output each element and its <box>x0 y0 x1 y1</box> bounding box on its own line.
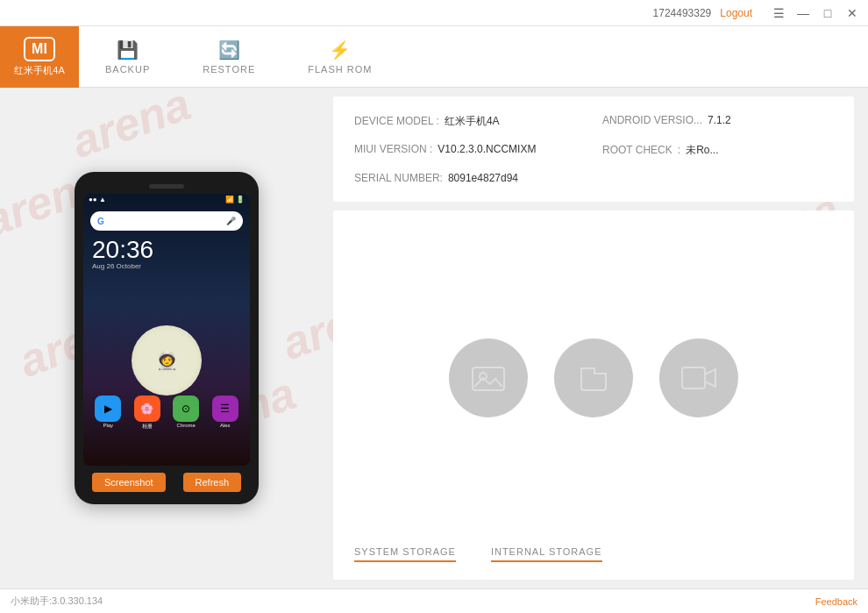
info-grid: DEVICE MODEL : 红米手机4A ANDROID VERSIO... … <box>354 114 833 184</box>
miui-version-row: MIUI VERSION : V10.2.3.0.NCCMIXM <box>354 143 585 158</box>
phone-top-bar <box>83 184 250 189</box>
system-storage-label-item: SYSTEM STORAGE <box>354 546 456 562</box>
svg-rect-2 <box>682 367 705 388</box>
app-misc[interactable]: ☰ Alex <box>208 396 244 431</box>
phone-moon: 🧑‍🚀 <box>132 325 202 396</box>
maximize-button[interactable]: □ <box>819 6 836 20</box>
flash-rom-label: FLASH ROM <box>308 64 372 75</box>
android-version-value: 7.1.2 <box>708 114 731 126</box>
files-icon-circle[interactable] <box>554 339 633 417</box>
close-button[interactable]: ✕ <box>843 6 861 20</box>
android-version-row: ANDROID VERSIO... 7.1.2 <box>602 114 833 129</box>
app-play-label: Play <box>103 423 113 428</box>
internal-storage-label: INTERNAL STORAGE <box>491 546 602 562</box>
miui-version-label: MIUI VERSION : <box>354 143 432 155</box>
window-controls: ☰ — □ ✕ <box>770 6 861 20</box>
refresh-button[interactable]: Refresh <box>183 473 242 492</box>
app-photos-label: 相册 <box>142 423 153 431</box>
main-content: arena arena arena arena arena arena aren… <box>0 88 868 588</box>
feedback-button[interactable]: Feedback <box>815 596 857 607</box>
app-chrome[interactable]: ⊙ Chrome <box>168 396 204 431</box>
app-chrome-label: Chrome <box>177 423 196 428</box>
system-storage-label: SYSTEM STORAGE <box>354 546 456 562</box>
phone-status-bar: ●● ▲ 📶 🔋 <box>83 194 250 205</box>
footer: 小米助手:3.0.330.134 Feedback <box>0 588 868 613</box>
backup-button[interactable]: 💾 BACKUP <box>96 32 159 82</box>
menu-icon[interactable]: ☰ <box>770 6 787 20</box>
device-model-row: DEVICE MODEL : 红米手机4A <box>354 114 585 129</box>
flash-icon: ⚡ <box>329 39 351 61</box>
phone-date: Aug 26 October <box>92 262 153 270</box>
brand-device-name: 红米手机4A <box>14 64 64 77</box>
photos-icon-circle[interactable] <box>449 339 528 417</box>
flash-rom-button[interactable]: ⚡ FLASH ROM <box>299 32 381 82</box>
app-photos[interactable]: 🌸 相册 <box>130 396 166 431</box>
restore-icon: 🔄 <box>218 39 240 61</box>
user-id: 1724493329 <box>653 7 712 19</box>
google-logo: G <box>97 217 104 226</box>
phone-battery: 📶 🔋 <box>225 196 245 203</box>
root-check-value: 未Ro... <box>686 143 718 158</box>
right-panel: DEVICE MODEL : 红米手机4A ANDROID VERSIO... … <box>333 88 868 588</box>
serial-number-value: 8091e4827d94 <box>448 172 518 184</box>
title-bar: 1724493329 Logout ☰ — □ ✕ <box>0 0 868 26</box>
storage-labels-row: SYSTEM STORAGE INTERNAL STORAGE <box>354 539 833 562</box>
logout-button[interactable]: Logout <box>720 7 752 19</box>
phone-time: 20:36 <box>92 238 153 262</box>
serial-number-row: SERIAL NUMBER: 8091e4827d94 <box>354 172 585 184</box>
svg-rect-0 <box>473 367 504 390</box>
phone-signal: ●● ▲ <box>89 196 106 203</box>
phone-device: ●● ▲ 📶 🔋 G 🎤 20:36 Aug 26 October 🧑‍🚀 <box>75 172 259 504</box>
toolbar-items: 💾 BACKUP 🔄 RESTORE ⚡ FLASH ROM <box>79 26 398 87</box>
app-misc-label: Alex <box>220 423 231 428</box>
root-check-label: ROOT CHECK <box>602 144 672 156</box>
device-model-label: DEVICE MODEL : <box>354 115 439 127</box>
restore-label: RESTORE <box>203 64 255 75</box>
phone-time-display: 20:36 Aug 26 October <box>92 238 153 270</box>
mi-logo-text: MI <box>32 42 47 56</box>
serial-number-label: SERIAL NUMBER: <box>354 172 443 184</box>
device-model-value: 红米手机4A <box>445 114 500 129</box>
phone-bottom-buttons: Screenshot Refresh <box>83 466 250 492</box>
app-play-store[interactable]: ▶ Play <box>90 396 126 431</box>
miui-version-value: V10.2.3.0.NCCMIXM <box>438 143 536 155</box>
phone-panel: ●● ▲ 📶 🔋 G 🎤 20:36 Aug 26 October 🧑‍🚀 <box>0 88 333 588</box>
brand-logo: MI 红米手机4A <box>0 26 79 88</box>
backup-icon: 💾 <box>117 39 139 61</box>
phone-screen: ●● ▲ 📶 🔋 G 🎤 20:36 Aug 26 October 🧑‍🚀 <box>83 194 250 466</box>
mic-icon: 🎤 <box>226 217 236 225</box>
mi-logo-box: MI <box>24 37 55 61</box>
minimize-button[interactable]: — <box>794 6 812 20</box>
root-check-colon: : <box>678 144 680 156</box>
storage-icons-row <box>354 225 833 531</box>
phone-search-bar[interactable]: G 🎤 <box>90 211 243 231</box>
android-version-label: ANDROID VERSIO... <box>602 114 702 126</box>
toolbar: MI 红米手机4A 💾 BACKUP 🔄 RESTORE ⚡ FLASH ROM <box>0 26 868 88</box>
version-label: 小米助手:3.0.330.134 <box>11 595 103 608</box>
backup-label: BACKUP <box>105 64 150 75</box>
videos-icon-circle[interactable] <box>659 339 738 417</box>
screenshot-button[interactable]: Screenshot <box>92 473 166 492</box>
restore-button[interactable]: 🔄 RESTORE <box>194 32 264 82</box>
astronaut-icon: 🧑‍🚀 <box>156 350 178 371</box>
internal-storage-label-item: INTERNAL STORAGE <box>491 546 602 562</box>
device-info-card: DEVICE MODEL : 红米手机4A ANDROID VERSIO... … <box>333 96 854 202</box>
storage-card: SYSTEM STORAGE INTERNAL STORAGE <box>333 210 854 580</box>
phone-wallpaper: ●● ▲ 📶 🔋 G 🎤 20:36 Aug 26 October 🧑‍🚀 <box>83 194 250 466</box>
root-check-row: ROOT CHECK : 未Ro... <box>602 143 833 158</box>
phone-speaker <box>149 184 184 189</box>
phone-apps-grid: ▶ Play 🌸 相册 ⊙ Chrome ☰ <box>90 396 243 431</box>
